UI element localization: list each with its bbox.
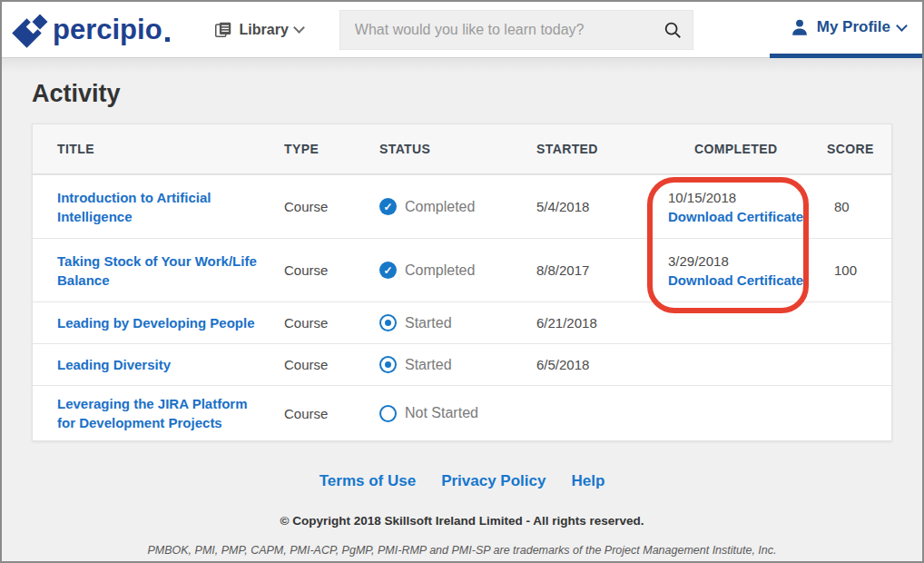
my-profile-menu[interactable]: My Profile [770,2,922,58]
activity-table: TITLE TYPE STATUS STARTED COMPLETED SCOR… [32,123,892,441]
score-cell: 100 [827,262,867,278]
type-cell: Course [284,315,379,331]
status-cell: Started [379,314,536,331]
completed-cell: 10/15/2018 Download Certificate [668,188,827,226]
page-footer: Terms of Use Privacy Policy Help © Copyr… [2,472,922,557]
course-title-link[interactable]: Leading Diversity [57,355,198,374]
started-date: 6/21/2018 [536,315,668,331]
app-window: percipio Library [0,0,924,563]
course-title-link[interactable]: Leading by Developing People [57,313,282,332]
table-row: Introduction to Artificial Intelligence … [33,174,891,238]
column-header-status: STATUS [379,142,536,156]
status-completed-icon: ✓ [379,198,397,215]
person-icon [790,17,810,37]
completed-cell: 3/29/2018 Download Certificate [668,252,827,290]
started-date: 8/8/2017 [536,262,668,278]
course-title-link[interactable]: Leveraging the JIRA Platform for Develop… [57,394,284,432]
trademark-text: PMBOK, PMI, PMP, CAPM, PMI-ACP, PgMP, PM… [2,544,922,557]
help-link[interactable]: Help [571,472,605,490]
started-date: 5/4/2018 [536,199,668,214]
search-input[interactable] [340,22,653,38]
trademark-dot-icon [165,37,170,42]
search-button[interactable] [653,10,693,50]
status-label: Started [405,357,452,373]
status-label: Completed [405,199,475,215]
footer-links: Terms of Use Privacy Policy Help [2,472,922,490]
score-cell: 80 [827,199,867,214]
status-cell: Not Started [379,405,536,422]
status-label: Completed [405,262,475,279]
column-header-started: STARTED [536,142,668,156]
completed-date: 3/29/2018 [668,252,827,271]
type-cell: Course [284,262,379,278]
table-row: Leading Diversity Course Started 6/5/201… [33,343,891,385]
main-content: Activity TITLE TYPE STATUS STARTED COMPL… [2,58,922,563]
search-bar [339,10,693,50]
status-not-started-icon [379,405,397,422]
status-label: Not Started [405,405,478,421]
table-row: Leveraging the JIRA Platform for Develop… [33,385,891,440]
course-title-link[interactable]: Taking Stock of Your Work/Life Balance [57,252,284,290]
page-title: Activity [2,58,922,108]
copyright-text: © Copyright 2018 Skillsoft Ireland Limit… [2,514,922,528]
download-certificate-link[interactable]: Download Certificate [668,209,803,224]
library-menu[interactable]: Library [213,20,303,40]
percipio-logo[interactable]: percipio [15,10,170,50]
started-date: 6/5/2018 [536,357,668,372]
download-certificate-link[interactable]: Download Certificate [668,272,803,288]
chevron-down-icon [293,22,305,34]
column-header-score: SCORE [827,142,874,156]
profile-label: My Profile [817,18,890,36]
status-started-icon [379,314,397,331]
type-cell: Course [284,357,379,372]
type-cell: Course [284,406,379,421]
table-header-row: TITLE TYPE STATUS STARTED COMPLETED SCOR… [33,124,891,174]
course-title-link[interactable]: Introduction to Artificial Intelligence [57,188,284,226]
completed-date: 10/15/2018 [668,188,827,207]
table-row: Leading by Developing People Course Star… [33,301,891,343]
type-cell: Course [284,199,379,214]
status-completed-icon: ✓ [379,262,397,279]
status-label: Started [405,315,452,331]
brand-wordmark: percipio [53,15,162,44]
library-label: Library [240,22,289,38]
status-cell: ✓ Completed [379,198,536,215]
column-header-completed: COMPLETED [668,142,827,156]
column-header-type: TYPE [284,142,379,156]
search-icon [663,20,683,40]
top-header: percipio Library [2,2,922,58]
column-header-title: TITLE [57,142,284,156]
terms-of-use-link[interactable]: Terms of Use [319,472,416,490]
status-cell: Started [379,356,536,373]
status-cell: ✓ Completed [379,262,536,279]
chevron-down-icon [896,20,908,32]
table-row: Taking Stock of Your Work/Life Balance C… [33,238,891,301]
privacy-policy-link[interactable]: Privacy Policy [441,472,546,490]
percipio-diamond-icon [15,10,51,50]
library-icon [213,20,233,40]
status-started-icon [379,356,397,373]
